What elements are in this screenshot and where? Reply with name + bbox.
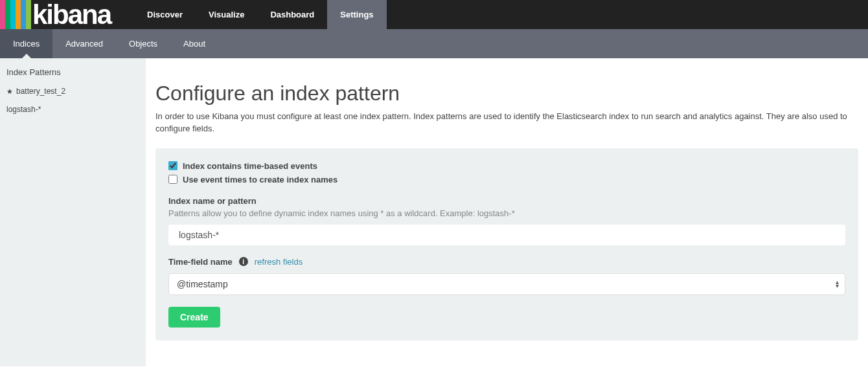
sidebar: Index Patterns ★battery_test_2logstash-*	[0, 58, 146, 366]
subnav-item-about[interactable]: About	[170, 29, 218, 58]
refresh-fields-link[interactable]: refresh fields	[255, 257, 303, 267]
eventtimes-label: Use event times to create index names	[183, 175, 337, 184]
subnav-item-advanced[interactable]: Advanced	[52, 29, 116, 58]
subnav-item-objects[interactable]: Objects	[116, 29, 170, 58]
create-button[interactable]: Create	[168, 307, 220, 328]
logo: kibana	[0, 0, 116, 29]
main-content: Configure an index pattern In order to u…	[146, 58, 868, 366]
timefield-label: Time-field name	[168, 257, 233, 267]
top-nav: kibana DiscoverVisualizeDashboardSetting…	[0, 0, 868, 29]
sidebar-item-label: battery_test_2	[16, 87, 65, 96]
topnav-item-dashboard[interactable]: Dashboard	[257, 0, 327, 29]
sub-nav: IndicesAdvancedObjectsAbout	[0, 29, 868, 58]
page-description: In order to use Kibana you must configur…	[155, 111, 858, 135]
sidebar-item[interactable]: ★battery_test_2	[0, 82, 146, 100]
info-icon: i	[239, 257, 248, 266]
timebased-checkbox[interactable]	[168, 161, 177, 170]
indexname-label: Index name or pattern	[168, 196, 845, 206]
topnav-item-visualize[interactable]: Visualize	[196, 0, 257, 29]
sidebar-item-label: logstash-*	[6, 105, 41, 114]
logo-text: kibana	[32, 1, 111, 28]
indexname-input[interactable]	[168, 225, 845, 245]
logo-bars	[0, 0, 31, 29]
sidebar-header: Index Patterns	[0, 65, 146, 82]
subnav-item-indices[interactable]: Indices	[0, 29, 52, 58]
page-title: Configure an index pattern	[155, 82, 858, 106]
star-icon: ★	[6, 87, 13, 96]
eventtimes-checkbox[interactable]	[168, 175, 177, 184]
indexname-hint: Patterns allow you to define dynamic ind…	[168, 208, 845, 218]
sidebar-item[interactable]: logstash-*	[0, 100, 146, 118]
topnav-item-discover[interactable]: Discover	[134, 0, 196, 29]
config-panel: Index contains time-based events Use eve…	[155, 148, 858, 340]
timebased-label: Index contains time-based events	[183, 161, 317, 171]
topnav-item-settings[interactable]: Settings	[327, 0, 386, 29]
timefield-select[interactable]: @timestamp	[168, 273, 845, 295]
